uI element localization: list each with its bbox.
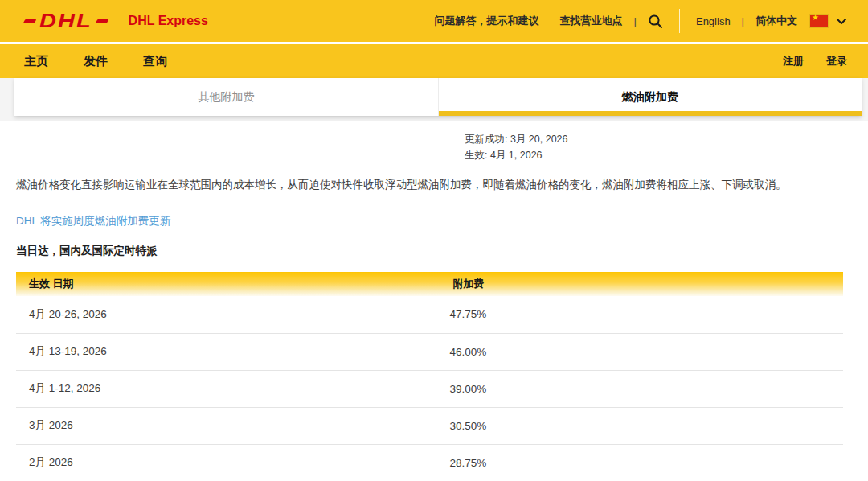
update-status-block: 更新成功: 3月 20, 2026 生效: 4月 1, 2026 xyxy=(465,131,852,163)
surcharge-cell: 47.75% xyxy=(440,296,843,333)
brand-name: DHL Express xyxy=(129,14,208,28)
register-link[interactable]: 注册 xyxy=(783,54,804,68)
table-row: 2月 2026 28.75% xyxy=(16,444,843,481)
date-cell: 2月 2026 xyxy=(16,444,440,481)
effective-date-text: 生效: 4月 1, 2026 xyxy=(465,147,852,163)
date-cell: 4月 1-12, 2026 xyxy=(16,370,440,407)
divider: | xyxy=(634,15,637,27)
nav-item-ship[interactable]: 发件 xyxy=(84,54,108,69)
surcharge-cell: 46.00% xyxy=(440,333,843,370)
topbar-utility-nav: 问题解答，提示和建议 查找营业地点 | English | 简体中文 ★ xyxy=(435,9,847,33)
dhl-logo-stripe xyxy=(23,19,37,23)
locations-link[interactable]: 查找营业地点 xyxy=(560,14,623,28)
main-content: 更新成功: 3月 20, 2026 生效: 4月 1, 2026 燃油价格变化直… xyxy=(0,131,868,481)
chevron-down-icon[interactable] xyxy=(836,18,847,25)
divider: | xyxy=(742,15,744,27)
language-chinese[interactable]: 简体中文 xyxy=(755,14,797,28)
table-row: 4月 20-26, 2026 47.75% xyxy=(16,296,843,333)
dhl-logo-stripe xyxy=(95,19,108,23)
tab-label: 其他附加费 xyxy=(198,90,254,105)
nav-auth-links: 注册 登录 xyxy=(760,54,847,68)
fuel-surcharge-description: 燃油价格变化直接影响运输业在全球范围内的成本增长，从而迫使对快件收取浮动型燃油附… xyxy=(16,177,852,192)
column-header-surcharge: 附加费 xyxy=(440,272,843,296)
tab-other-surcharges[interactable]: 其他附加费 xyxy=(14,78,438,116)
tab-band: 其他附加费 燃油附加费 xyxy=(0,78,868,121)
nav-item-track[interactable]: 查询 xyxy=(143,54,167,69)
china-flag-icon[interactable]: ★ xyxy=(810,15,828,27)
faq-link[interactable]: 问题解答，提示和建议 xyxy=(435,14,539,28)
table-row: 4月 13-19, 2026 46.00% xyxy=(16,333,843,370)
vertical-divider xyxy=(679,9,680,33)
login-link[interactable]: 登录 xyxy=(826,54,847,68)
language-english[interactable]: English xyxy=(696,15,731,27)
table-header-row: 生效 日期 附加费 xyxy=(16,272,843,296)
surcharge-cell: 39.00% xyxy=(440,370,843,407)
weekly-update-link[interactable]: DHL 将实施周度燃油附加费更新 xyxy=(16,214,852,228)
flag-star: ★ xyxy=(812,13,819,22)
date-cell: 4月 13-19, 2026 xyxy=(16,333,440,370)
dhl-logo[interactable]: DHL xyxy=(24,10,108,33)
surcharge-cell: 28.75% xyxy=(440,444,843,481)
date-cell: 4月 20-26, 2026 xyxy=(16,296,440,333)
tab-label: 燃油附加费 xyxy=(622,90,678,105)
update-success-text: 更新成功: 3月 20, 2026 xyxy=(465,131,852,147)
top-header-bar: DHL DHL Express 问题解答，提示和建议 查找营业地点 | Engl… xyxy=(0,0,868,42)
tab-fuel-surcharge[interactable]: 燃油附加费 xyxy=(438,78,862,116)
table-row: 4月 1-12, 2026 39.00% xyxy=(16,370,843,407)
surcharge-cell: 30.50% xyxy=(440,407,843,444)
main-nav-bar: 主页 发件 查询 注册 登录 xyxy=(0,44,868,78)
service-section-heading: 当日达，国内及国际定时特派 xyxy=(16,244,852,258)
column-header-effective-date: 生效 日期 xyxy=(16,272,440,296)
fuel-surcharge-table: 生效 日期 附加费 4月 20-26, 2026 47.75% 4月 13-19… xyxy=(16,272,843,481)
date-cell: 3月 2026 xyxy=(16,407,440,444)
table-row: 3月 2026 30.50% xyxy=(16,407,843,444)
nav-item-home[interactable]: 主页 xyxy=(24,54,48,69)
dhl-logo-text: DHL xyxy=(39,11,92,31)
active-tab-underline xyxy=(439,111,862,116)
surcharge-tabs: 其他附加费 燃油附加费 xyxy=(14,78,862,116)
search-icon[interactable] xyxy=(648,14,663,29)
